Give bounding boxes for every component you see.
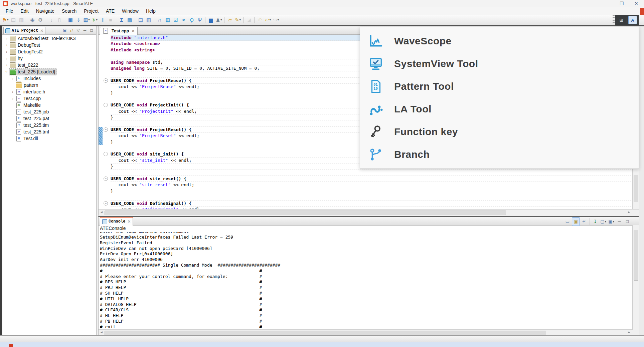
fold-collapse-icon[interactable]: − (104, 177, 108, 181)
delete-button[interactable]: ▯ (56, 16, 63, 24)
tree-item-makefile[interactable]: ◎Makefile (2, 102, 96, 108)
search-tool-button[interactable]: Ϙ (188, 16, 195, 24)
fold-collapse-icon[interactable]: − (104, 201, 108, 206)
pin-console-button[interactable]: ↧ (592, 218, 599, 226)
code-line[interactable] (111, 170, 639, 176)
chevron-down-icon[interactable]: ▾ (278, 18, 279, 21)
new-wizard-button[interactable]: ⚑▾ (2, 16, 9, 24)
vscroll-thumb[interactable] (634, 175, 638, 202)
word-wrap-button[interactable]: ↵ (581, 218, 588, 226)
menu-item-function-key[interactable]: Function key (360, 120, 639, 143)
la-tool-button[interactable]: ∩ (156, 16, 163, 24)
menu-ate[interactable]: ATE (102, 7, 118, 15)
fold-collapse-icon[interactable]: − (104, 103, 108, 107)
back-button[interactable]: ↩▾ (264, 16, 272, 24)
collapse-arrow-icon[interactable]: › (4, 63, 9, 67)
tree-item-automixedtest-toflex10k3[interactable]: ›AutoMixedTest_ToFlex10K3 (2, 35, 96, 42)
tree-item-test-225-loaded-[interactable]: ›test_225 [Loaded] (2, 68, 96, 75)
format-button[interactable]: ◢ (245, 16, 253, 24)
wavescope-tool-button[interactable]: ≈ (180, 16, 187, 24)
chevron-down-icon[interactable]: ▾ (239, 18, 241, 21)
target-board-button[interactable]: ▦▾ (83, 16, 90, 24)
clear-console-button[interactable]: ▭ (564, 218, 571, 226)
chevron-down-icon[interactable]: ▾ (96, 18, 98, 21)
fold-collapse-icon[interactable]: − (104, 78, 108, 83)
restore-window-button[interactable]: ❐ (616, 0, 627, 7)
collapse-arrow-icon[interactable]: › (10, 96, 15, 100)
collapse-arrow-icon[interactable]: › (10, 76, 15, 80)
console-hscrollbar[interactable]: ◄ ► (99, 329, 639, 335)
chevron-down-icon[interactable]: ▾ (89, 18, 90, 21)
suspend-button[interactable]: ‖ (99, 16, 106, 24)
open-console-button[interactable]: ▣▾ (608, 218, 615, 226)
skip-breakpoints-button[interactable]: ◉ (29, 16, 36, 24)
collapse-arrow-icon[interactable]: › (4, 36, 9, 40)
tree-item-includes[interactable]: ›hIncludes (2, 75, 96, 82)
terminal-view-button[interactable]: ▣ (67, 16, 74, 24)
menu-edit[interactable]: Edit (17, 7, 32, 15)
tree-item-debugtest2[interactable]: ›DebugTest2 (2, 48, 96, 55)
collapse-arrow-icon[interactable]: › (4, 56, 9, 60)
chevron-down-icon[interactable]: ▾ (220, 18, 222, 21)
scroll-left-arrow[interactable]: ◄ (100, 330, 103, 334)
chevron-down-icon[interactable]: ▾ (605, 220, 606, 223)
code-line[interactable]: −USER_CODE void DefineSignal() { (111, 201, 639, 207)
tree-item-interface-h[interactable]: ›.hinterface.h (2, 88, 96, 95)
code-line[interactable]: cout << "DefineSignal" << endl; (111, 207, 639, 209)
edit-tool-button[interactable]: ✎▾ (234, 16, 241, 24)
maximize-icon[interactable]: □ (88, 27, 95, 34)
pattern-tool-button[interactable]: ▦ (164, 16, 171, 24)
tree-item-hy[interactable]: ›hy (2, 55, 96, 62)
close-window-button[interactable]: ✕ (631, 0, 642, 7)
tree-item-test-225-tim[interactable]: .Ttest_225.tim (2, 122, 96, 128)
menu-item-la-tool[interactable]: LA Tool (360, 98, 639, 120)
open-project-button[interactable]: ▱ (226, 16, 233, 24)
open-perspective-button[interactable]: ⊞ (617, 16, 625, 24)
code-line[interactable]: cout << "site_reset" << endl; (111, 182, 639, 188)
code-line[interactable] (111, 194, 639, 200)
ate-perspective-button[interactable]: A (628, 16, 637, 24)
close-icon[interactable]: ✕ (40, 28, 43, 33)
menu-item-pattern-tool[interactable]: 0110Pattern Tool (360, 75, 639, 98)
build-button[interactable]: ⚙ (37, 16, 44, 24)
user-profile-button[interactable]: ♟▾ (215, 16, 222, 24)
terminate-button[interactable]: ■ (107, 16, 114, 24)
systemview-tool-button[interactable]: ☑ (172, 16, 179, 24)
undo-button[interactable]: ↶ (256, 16, 264, 24)
menu-item-branch[interactable]: Branch (360, 143, 639, 166)
expand-arrow-icon[interactable]: › (5, 69, 9, 74)
editor-hscrollbar[interactable]: ◄ ► (99, 209, 639, 216)
collapse-all-icon[interactable]: ⊟ (61, 27, 68, 34)
console-vscrollbar[interactable] (632, 225, 639, 330)
collapse-arrow-icon[interactable]: › (4, 50, 9, 54)
tree-item-pattern[interactable]: pattern (2, 82, 96, 88)
download-button[interactable]: ↓ (48, 16, 55, 24)
collapse-arrow-icon[interactable]: › (10, 90, 15, 94)
code-line[interactable]: −USER_CODE void site_reset() { (111, 176, 639, 182)
export-doc-button[interactable]: ▤ (137, 16, 144, 24)
scroll-right-arrow[interactable]: ► (627, 330, 631, 334)
tree-item-test-225-job[interactable]: ≡test_225.job (2, 108, 96, 115)
fold-collapse-icon[interactable]: − (104, 127, 108, 132)
import-doc-button[interactable]: ▥ (145, 16, 152, 24)
console-output[interactable]: Enter the load machine environmentSetupD… (100, 232, 628, 331)
hscroll-thumb[interactable] (105, 211, 506, 215)
chevron-down-icon[interactable]: ▾ (270, 18, 271, 21)
menu-item-wavescope[interactable]: WaveScope (360, 30, 639, 52)
chart-tool-button[interactable]: ▆ (207, 16, 214, 24)
forward-button[interactable]: ↪▾ (272, 16, 280, 24)
tree-item-test-225-tmf[interactable]: .Ftest_225.tmf (2, 128, 96, 135)
menu-navigate[interactable]: Navigate (32, 7, 58, 15)
tab-console[interactable]: Console ✕ (100, 217, 133, 226)
branch-tool-button[interactable]: Ψ (196, 16, 203, 24)
tree-item-test-225-pat[interactable]: Ptest_225.pat (2, 115, 96, 122)
chevron-down-icon[interactable]: ▾ (7, 18, 8, 21)
menu-search[interactable]: Search (58, 7, 80, 15)
menu-window[interactable]: Window (118, 7, 142, 15)
fold-collapse-icon[interactable]: − (104, 152, 108, 156)
close-icon[interactable]: ✕ (127, 219, 131, 224)
minimize-button[interactable]: ─ (616, 218, 623, 226)
scroll-left-arrow[interactable]: ◄ (100, 210, 103, 214)
code-line[interactable]: } (111, 188, 639, 194)
sum-tool-button[interactable]: Σ (118, 16, 125, 24)
